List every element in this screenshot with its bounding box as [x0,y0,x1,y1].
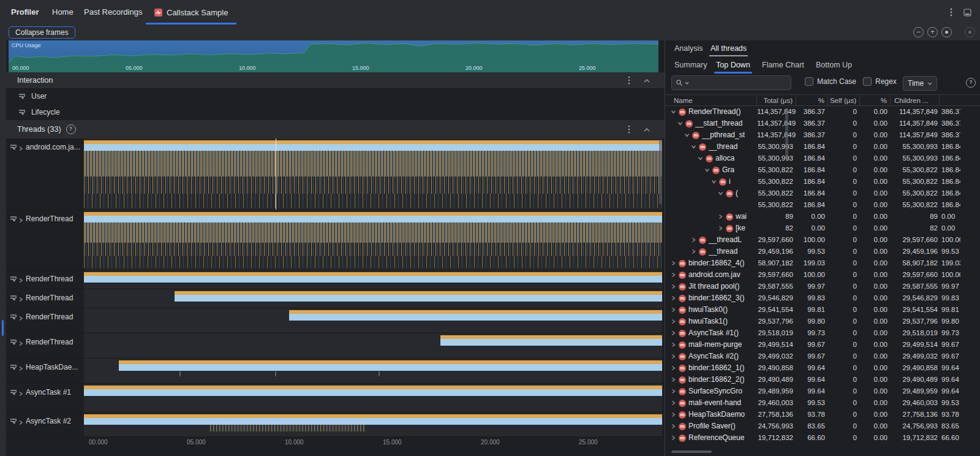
table-row[interactable]: m mali-event-hand 29,460,003 99.53 0 0.0… [665,397,980,409]
expand-chevron-icon[interactable] [670,295,676,301]
tab-bottom-up[interactable]: Bottom Up [816,56,852,74]
table-row[interactable]: m mali-mem-purge 29,499,514 99.67 0 0.00… [665,339,980,351]
thread-expand-chevron-icon[interactable] [18,276,23,285]
zoom-in-icon[interactable]: + [927,27,938,37]
timeline-scrollbar[interactable] [659,140,662,204]
thread-activity-chart[interactable] [84,412,662,436]
expand-chevron-icon[interactable] [670,307,676,313]
expand-chevron-icon[interactable] [670,319,676,324]
table-row[interactable]: m __thread 55,300,993 186.84 0 0.00 55,3… [665,141,980,153]
thread-row[interactable]: AsyncTask #2 [6,412,665,437]
tab-all-threads[interactable]: All threads [710,40,747,56]
thread-expand-chevron-icon[interactable] [18,364,23,373]
table-row[interactable]: m AsyncTask #1() 29,518,019 99.73 0 0.00… [665,327,980,339]
table-row[interactable]: m ( 55,300,822 186.84 0 0.00 55,300,822 … [665,188,980,199]
collapse-section-icon[interactable] [644,76,650,85]
table-row[interactable]: m binder:16862_4() 58,907,182 199.03 0 0… [665,257,980,269]
expand-chevron-icon[interactable] [717,226,723,231]
column-total[interactable]: Total (μs) [757,95,796,106]
threads-help-icon[interactable]: ? [66,124,76,134]
tab-top-down[interactable]: Top Down [716,56,750,74]
expand-chevron-icon[interactable] [670,330,676,336]
thread-activity-chart[interactable] [84,308,662,333]
thread-expand-chevron-icon[interactable] [18,216,23,225]
table-row[interactable]: m SurfaceSyncGro 29,489,959 99.64 0 0.00… [665,386,980,397]
table-row[interactable]: m Profile Saver() 24,756,993 83.65 0 0.0… [665,420,980,432]
thread-activity-chart[interactable] [84,270,662,289]
thread-activity-chart[interactable] [84,210,662,270]
column-self[interactable]: Self (μs) [828,95,860,106]
expand-chevron-icon[interactable] [677,121,683,126]
table-row[interactable]: m 55,300,822 186.84 0 0.00 55,300,822 18… [665,199,980,211]
expand-chevron-icon[interactable] [670,400,676,406]
nav-home[interactable]: Home [52,7,74,17]
thread-row[interactable]: RenderThread [6,333,665,359]
thread-activity-chart[interactable] [84,289,662,308]
tab-callstack-sample[interactable]: Callstack Sample [146,0,236,25]
expand-chevron-icon[interactable] [690,237,696,243]
thread-activity-chart[interactable] [84,139,662,210]
expand-chevron-icon[interactable] [670,260,676,266]
expand-chevron-icon[interactable] [690,249,696,254]
table-row[interactable]: m HeapTaskDaemo 27,758,136 93.78 0 0.00 … [665,409,980,420]
table-row[interactable]: m AsyncTask #2() 29,499,032 99.67 0 0.00… [665,351,980,362]
expand-chevron-icon[interactable] [670,354,676,359]
tab-flame-chart[interactable]: Flame Chart [762,56,804,74]
table-row[interactable]: m __start_thread 114,357,849 386.37 0 0.… [665,118,980,129]
table-row[interactable]: m __threadL 29,597,660 100.00 0 0.00 29,… [665,234,980,246]
interaction-options-icon[interactable] [628,76,630,85]
expand-chevron-icon[interactable] [710,179,717,184]
expand-chevron-icon[interactable] [670,424,676,429]
tab-summary[interactable]: Summary [674,56,707,74]
table-row[interactable]: m wai 89 0.00 0 0.00 89 0.00 [665,211,980,222]
more-options-icon[interactable] [950,8,952,17]
expand-chevron-icon[interactable] [670,412,676,417]
column-pct[interactable]: % [796,95,828,106]
thread-expand-chevron-icon[interactable] [18,339,23,348]
thread-row[interactable]: RenderThread [6,308,665,333]
expand-chevron-icon[interactable] [690,144,696,150]
expand-chevron-icon[interactable] [670,435,676,441]
expand-chevron-icon[interactable] [704,167,710,173]
cpu-usage-chart[interactable]: CPU Usage 00.00005.00010.00015.00020.000… [9,40,658,72]
table-scrollbar-thumb[interactable] [785,108,788,160]
collapse-section-icon[interactable] [644,125,650,134]
expand-chevron-icon[interactable] [717,191,723,196]
thread-row[interactable]: RenderThread [6,210,665,270]
thread-row[interactable]: android.com.ja... [6,139,665,210]
table-row[interactable]: m Gra 55,300,822 186.84 0 0.00 55,300,82… [665,164,980,176]
zoom-out-icon[interactable]: − [913,27,924,37]
expand-chevron-icon[interactable] [670,272,676,278]
thread-row[interactable]: HeapTaskDae... [6,359,665,384]
table-row[interactable]: m hwuiTask1() 29,537,796 99.80 0 0.00 29… [665,316,980,327]
table-row[interactable]: m binder:16862_2() 29,490,489 99.64 0 0.… [665,374,980,386]
column-pct[interactable]: % [860,95,891,106]
table-row[interactable]: m RenderThread() 114,357,849 386.37 0 0.… [665,106,980,118]
interaction-row-user[interactable]: User [6,88,665,104]
table-row[interactable]: m [ke 82 0.00 0 0.00 82 0.00 [665,222,980,234]
expand-chevron-icon[interactable] [717,214,723,219]
thread-activity-chart[interactable] [84,333,662,358]
expand-chevron-icon[interactable] [670,342,676,348]
interaction-row-lifecycle[interactable]: Lifecycle [6,104,665,120]
search-input[interactable] [691,78,787,88]
table-row[interactable]: m i 55,300,822 186.84 0 0.00 55,300,822 … [665,176,980,188]
thread-expand-chevron-icon[interactable] [18,418,23,427]
tab-analysis[interactable]: Analysis [674,40,703,56]
expand-chevron-icon[interactable] [670,377,676,382]
thread-expand-chevron-icon[interactable] [18,295,23,304]
zoom-to-selection-icon[interactable] [965,27,975,37]
table-row[interactable]: m ReferenceQueue 19,712,832 66.60 0 0.00… [665,432,980,444]
table-row[interactable]: m android.com.jav 29,597,660 100.00 0 0.… [665,269,980,281]
thread-expand-chevron-icon[interactable] [18,389,23,398]
expand-chevron-icon[interactable] [670,365,676,371]
table-row[interactable]: m Jit thread pool() 29,587,555 99.97 0 0… [665,281,980,292]
table-row[interactable]: m alloca 55,300,993 186.84 0 0.00 55,300… [665,153,980,164]
thread-row[interactable]: RenderThread [6,270,665,289]
thread-row[interactable]: RenderThread [6,289,665,308]
regex-checkbox[interactable]: Regex [863,77,897,86]
table-row[interactable]: m __pthread_st 114,357,849 386.37 0 0.00… [665,129,980,141]
thread-activity-chart[interactable] [84,359,662,383]
expand-chevron-icon[interactable] [670,109,676,115]
thread-expand-chevron-icon[interactable] [18,144,23,153]
